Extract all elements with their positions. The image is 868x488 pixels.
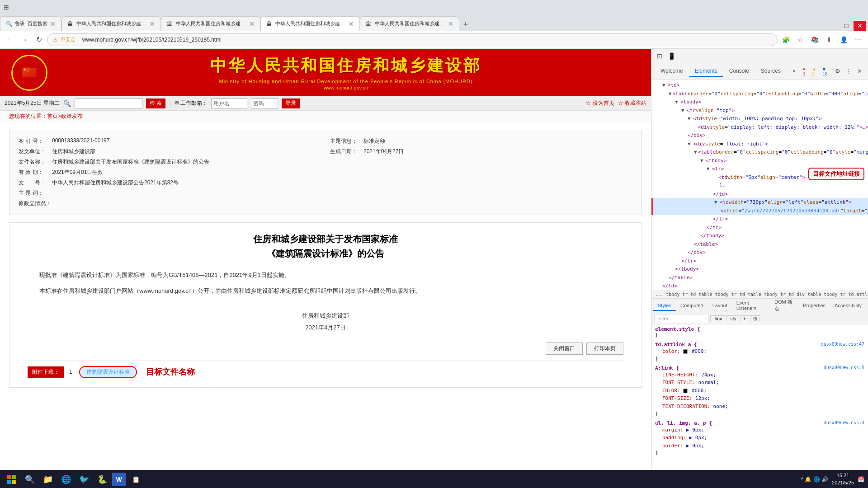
html-line-close-tr1[interactable]: </tr>	[651, 215, 868, 224]
taskbar-explorer[interactable]: 📁	[40, 471, 56, 488]
devtools-computed-tab[interactable]: Computed	[676, 301, 708, 311]
start-button[interactable]	[4, 471, 20, 488]
html-line-close-td1[interactable]: </td>	[651, 190, 868, 199]
tab-2[interactable]: 🏛 中华人民共和国住房和城乡建设... ✕	[61, 16, 161, 31]
expand-styles-button[interactable]: ⊞	[750, 315, 760, 322]
tab-3[interactable]: 🏛 中华人民共和国住房和城乡建设... ✕	[161, 16, 260, 31]
html-line-close-tr4[interactable]: </tr>	[651, 291, 868, 291]
close-window-button[interactable]: 关闭窗口	[546, 343, 583, 355]
address-bar[interactable]: ⚠ 不安全 | www.mohurd.gov.cn/wjfb/202105/t2…	[47, 33, 778, 46]
taskbar-search[interactable]: 🔍	[22, 471, 38, 488]
attachment-link[interactable]: 建筑隔震设计标准	[79, 366, 137, 378]
html-line-close-table2[interactable]: </table>	[651, 240, 868, 249]
taskbar-edge[interactable]: 🌐	[58, 471, 74, 488]
devtools-tab-welcome[interactable]: Welcome	[655, 66, 689, 77]
hov-button[interactable]: :hov	[710, 315, 725, 322]
taskbar-python[interactable]: 🐍	[94, 471, 110, 488]
devtools-layout-tab[interactable]: Layout	[708, 301, 732, 311]
settings-icon[interactable]: ⋯	[852, 33, 864, 46]
back-button[interactable]: ←	[4, 33, 16, 46]
favorites-icon[interactable]: ☆	[794, 33, 807, 46]
devtools-more-icon[interactable]: ⋮	[844, 66, 854, 77]
minimize-button[interactable]: ─	[826, 21, 839, 31]
add-style-button[interactable]: +	[740, 315, 749, 322]
tab-3-close[interactable]: ✕	[249, 20, 255, 28]
devtools-styles-tab[interactable]: Styles	[653, 301, 676, 311]
devtools-dom-breakpoints-tab[interactable]: DOM 断点	[770, 297, 798, 315]
html-line-tbody1[interactable]: ▼<tbody>	[651, 98, 868, 107]
new-tab-button[interactable]: +	[459, 18, 472, 31]
tab-1-close[interactable]: ✕	[50, 20, 56, 28]
maximize-button[interactable]: □	[840, 21, 853, 31]
username-input[interactable]	[211, 99, 247, 108]
devtools-properties-tab[interactable]: Properties	[798, 301, 830, 311]
devtools-tab-console[interactable]: Console	[724, 66, 755, 77]
taskbar-system-icons: ^ 🔔 🌐 🔊	[801, 476, 828, 483]
tab-4-active[interactable]: 🏛 中华人民共和国住房和城乡建设... ✕	[260, 16, 360, 31]
set-home-link[interactable]: ☆ 设为首页	[585, 99, 614, 107]
html-line-anchor[interactable]: <a href="/wjfb/202105/t20210519034108.pd…	[651, 207, 868, 216]
html-line-td-width100[interactable]: ▼<td style="width: 100%; padding-top: 10…	[651, 115, 868, 123]
html-line-close-tr2[interactable]: </tr>	[651, 224, 868, 232]
subject-label: 主题信息：	[330, 137, 362, 145]
downloads-icon[interactable]: ⬇	[823, 33, 835, 46]
html-line-table2[interactable]: ▼<table border="0" cellspacing="0" cellp…	[651, 148, 868, 157]
taskbar-twitter[interactable]: 🐦	[76, 471, 92, 488]
refresh-button[interactable]: ↻	[33, 33, 45, 46]
styles-filter-input[interactable]	[654, 314, 708, 323]
tab-5[interactable]: 🏛 中华人民共和国住房和城乡建设... ✕	[360, 16, 459, 31]
html-line-div-right[interactable]: ▼<div style="float: right">	[651, 140, 868, 149]
profile-icon[interactable]: 👤	[837, 33, 850, 46]
devtools-close-icon[interactable]: ✕	[855, 66, 865, 77]
password-input[interactable]	[251, 99, 278, 108]
html-line-close-tr3[interactable]: </tr>	[651, 257, 868, 266]
devtools-accessibility-tab[interactable]: Accessibility	[830, 301, 866, 311]
svg-rect-3	[12, 480, 16, 484]
extensions-icon[interactable]: 🧩	[779, 33, 792, 46]
site-links: ☆ 设为首页 ☆ 收藏本站	[585, 99, 646, 107]
forward-button[interactable]: →	[18, 33, 31, 46]
tab-1[interactable]: 🔍 鲁班_百度搜索 ✕	[0, 16, 61, 31]
devtools-device-button[interactable]: 📱	[666, 51, 677, 61]
devtools-event-listeners-tab[interactable]: Event Listeners	[732, 298, 770, 314]
style-source-alink[interactable]: dusx09new.css:5	[824, 365, 864, 370]
taskbar-notification: 📅	[858, 476, 864, 483]
html-line-td-attlink[interactable]: ▼<td width="730px" align="left" class="a…	[651, 198, 868, 207]
html-line-table1[interactable]: ▼<table border="0" cellspacing="0" cellp…	[651, 90, 868, 99]
site-search-button[interactable]: 检 索	[146, 99, 165, 108]
taskbar-word[interactable]: W	[112, 473, 126, 486]
cls-button[interactable]: .cls	[726, 315, 739, 322]
site-search-input[interactable]	[75, 99, 142, 108]
collections-icon[interactable]: 📚	[808, 33, 821, 46]
tab-2-close[interactable]: ✕	[150, 20, 155, 28]
html-line-close-div1[interactable]: </div>	[651, 131, 868, 140]
html-line-close-tbody2[interactable]: </tbody>	[651, 232, 868, 240]
close-button[interactable]: ✕	[854, 21, 866, 31]
style-source-reset[interactable]: dusx09new.css:4	[824, 420, 864, 425]
taskbar-extra[interactable]: 📋	[127, 471, 144, 488]
html-line-tr1[interactable]: ▼<tr valign="top">	[651, 107, 868, 115]
html-line-close-div2[interactable]: </div>	[651, 249, 868, 257]
html-line-close-tbody3[interactable]: </tbody>	[651, 265, 868, 274]
html-line-close-td2[interactable]: </td>	[651, 282, 868, 291]
devtools-settings-icon[interactable]: ⚙	[833, 66, 843, 77]
devtools-tab-sources[interactable]: Sources	[755, 66, 786, 77]
style-source-attlink[interactable]: dusx09new.css:47	[821, 342, 864, 347]
html-line-div-left[interactable]: <div style="display: left; display: bloc…	[651, 123, 868, 132]
devtools-tab-more[interactable]: »	[787, 66, 801, 77]
attachment-download-button[interactable]: 附件下载：	[28, 366, 64, 378]
html-line-tr2[interactable]: ▼<tr>	[651, 165, 868, 174]
devtools-badge-icons: ● 3 ▲ 2 ■ 18 ⚙ ⋮ ✕	[802, 66, 864, 77]
html-line-td[interactable]: ▼<td>	[651, 81, 868, 90]
tab-4-close[interactable]: ✕	[349, 20, 354, 28]
devtools-inspect-button[interactable]: ⊡	[654, 51, 665, 61]
html-line-tbody2[interactable]: ▼<tbody>	[651, 157, 868, 165]
html-line-td-5px[interactable]: <td width="5px" align="center">	[651, 174, 868, 182]
login-button[interactable]: 登录	[282, 99, 300, 108]
bookmark-link[interactable]: ☆ 收藏本站	[618, 99, 646, 107]
print-page-button[interactable]: 打印本页	[586, 343, 623, 355]
html-line-1dot[interactable]: 1.	[651, 182, 868, 190]
tab-5-close[interactable]: ✕	[448, 20, 453, 28]
devtools-tab-elements[interactable]: Elements	[689, 66, 723, 77]
html-line-close-table3[interactable]: </table>	[651, 274, 868, 282]
